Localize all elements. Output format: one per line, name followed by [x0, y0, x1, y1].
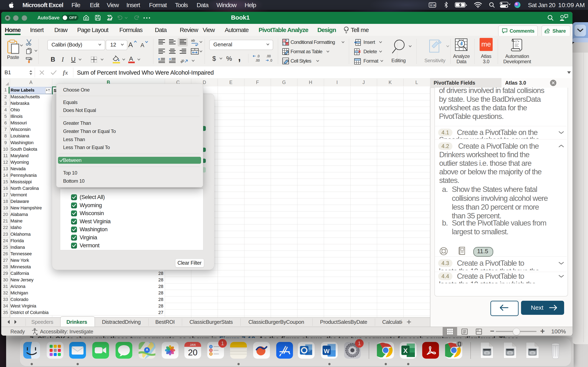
svg-text:20: 20: [188, 348, 198, 357]
svg-text:.0: .0: [257, 54, 259, 58]
svg-text:ab: ab: [181, 58, 185, 64]
svg-text:.0: .0: [269, 59, 272, 62]
svg-text:.00: .00: [255, 59, 260, 62]
svg-text:</>: </>: [514, 40, 519, 43]
svg-text:JAN: JAN: [190, 343, 196, 346]
svg-text:ab: ab: [191, 39, 195, 42]
svg-text:X: X: [403, 347, 408, 354]
svg-text:W: W: [324, 348, 330, 354]
svg-text:.00: .00: [266, 54, 271, 58]
svg-text:⌘: ⌘: [433, 4, 436, 7]
